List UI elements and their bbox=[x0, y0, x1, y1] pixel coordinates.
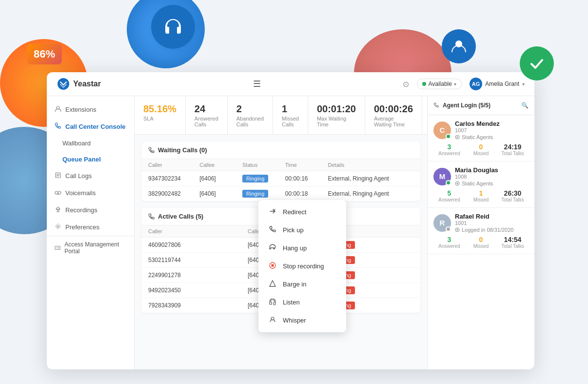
ctx-barge-in[interactable]: Barge in bbox=[258, 275, 346, 293]
stat-sla-label: SLA bbox=[143, 116, 176, 121]
sidebar-bottom-portal[interactable]: Access Management Portal bbox=[47, 236, 135, 260]
ctx-hangup-label: Hang up bbox=[283, 244, 307, 252]
agent-info-rafael: Rafael Reid 1001 Logged in 08/31/2020 bbox=[455, 213, 529, 233]
status-pill[interactable]: Available ▾ bbox=[417, 79, 461, 89]
phone-wait-icon bbox=[148, 147, 155, 154]
w-caller-1: 9347302234 bbox=[148, 175, 199, 182]
a-caller-5: 7928343909 bbox=[148, 302, 248, 309]
ctx-whisper-label: Whisper bbox=[283, 317, 306, 324]
stat-answered-value: 24 bbox=[195, 103, 218, 115]
user-icon-top bbox=[450, 38, 468, 55]
w-callee-1: [6406] bbox=[199, 175, 242, 182]
agent-search-icon[interactable]: 🔍 bbox=[521, 102, 529, 109]
waiting-calls-title: Waiting Calls (0) bbox=[158, 146, 207, 154]
preferences-icon bbox=[55, 223, 61, 231]
agent-top-carlos: C Carlos Mendez 1007 Static Agents bbox=[433, 120, 529, 140]
agent-stats-maria: 5 Answered 1 Missed 26:30 Total Talks bbox=[433, 189, 529, 202]
ctx-listen-label: Listen bbox=[283, 299, 300, 306]
w-details-1: External, Ringing Agent bbox=[328, 175, 413, 182]
barge-in-icon bbox=[268, 280, 277, 289]
headset-icon bbox=[162, 16, 184, 38]
agent-stat-missed-rafael: 0 Missed bbox=[465, 236, 497, 249]
table-row[interactable]: 9347302234 [6406] Ringing 00:00:16 Exter… bbox=[141, 171, 420, 186]
stat-abandoned: 2 Abandoned Calls bbox=[228, 96, 273, 134]
hamburger-icon[interactable]: ☰ bbox=[253, 79, 261, 89]
ctx-listen[interactable]: Listen bbox=[258, 293, 346, 311]
stat-max-wait-label: Max Waiting Time bbox=[317, 116, 356, 127]
wh-status: Status bbox=[242, 162, 285, 168]
stat-abandoned-label: Abandoned Calls bbox=[236, 116, 264, 127]
stat-missed-value: 1 bbox=[282, 103, 299, 115]
user-chevron: ▾ bbox=[522, 81, 525, 87]
sidebar-item-wallboard[interactable]: Wallboard bbox=[47, 135, 134, 151]
sidebar: Extensions Call Center Console Wallboard… bbox=[47, 96, 135, 369]
logo-text: Yeastar bbox=[73, 80, 101, 88]
agent-panel-title: Agent Login (5/5) bbox=[443, 102, 490, 109]
agent-stat-total-rafael: 14:54 Total Talks bbox=[497, 236, 529, 249]
w-details-2: External, Ringing Agent bbox=[328, 190, 413, 197]
w-time-2: 00:00:18 bbox=[285, 190, 328, 197]
table-row[interactable]: 3829002482 [6406] Ringing 00:00:18 Exter… bbox=[141, 186, 420, 201]
listen-icon bbox=[268, 298, 277, 307]
static-agent-icon-maria bbox=[455, 181, 460, 186]
ctx-hangup[interactable]: Hang up bbox=[258, 239, 346, 257]
agent-card-carlos: C Carlos Mendez 1007 Static Agents bbox=[428, 115, 534, 162]
hangup-icon bbox=[268, 243, 277, 253]
stat-sla-value: 85.16% bbox=[143, 103, 176, 115]
phone-active-icon bbox=[148, 213, 155, 220]
stat-answered-label: Answered Calls bbox=[195, 116, 218, 127]
sidebar-label-wallboard: Wallboard bbox=[62, 140, 91, 147]
svg-point-8 bbox=[58, 191, 61, 194]
agent-type-maria: Static Agents bbox=[455, 181, 529, 186]
ctx-pickup[interactable]: Pick up bbox=[258, 221, 346, 239]
sidebar-label-queue-panel: Queue Panel bbox=[62, 156, 101, 163]
sidebar-item-preferences[interactable]: Preferences bbox=[47, 219, 134, 236]
agent-panel-icon bbox=[433, 102, 440, 109]
static-agent-icon-rafael bbox=[455, 227, 460, 232]
ringing-badge-1: Ringing bbox=[242, 175, 268, 182]
user-pill[interactable]: AG Amelia Grant ▾ bbox=[470, 78, 525, 90]
agent-info-maria: Maria Douglas 1008 Static Agents bbox=[455, 166, 529, 186]
sidebar-item-extensions[interactable]: Extensions bbox=[47, 101, 134, 118]
ctx-whisper[interactable]: Whisper bbox=[258, 311, 346, 329]
agent-stat-total-carlos: 24:19 Total Talks bbox=[497, 143, 529, 156]
ctx-stop-recording[interactable]: Stop recording bbox=[258, 257, 346, 275]
sidebar-item-recordings[interactable]: Recordings bbox=[47, 202, 134, 219]
sidebar-item-queue-panel[interactable]: Queue Panel bbox=[47, 151, 134, 167]
context-menu: Redirect Pick up Hang up Stop recording … bbox=[258, 200, 346, 332]
call-center-icon bbox=[55, 122, 61, 131]
agent-avatar-rafael: R bbox=[433, 214, 451, 232]
user-circle-top bbox=[442, 29, 476, 63]
agent-top-maria: M Maria Douglas 1008 Static Agents bbox=[433, 166, 529, 186]
agent-status-dot-rafael bbox=[446, 226, 451, 232]
logo-icon bbox=[57, 77, 70, 91]
sidebar-item-call-center[interactable]: Call Center Console bbox=[47, 118, 134, 135]
a-caller-2: 5302119744 bbox=[148, 257, 248, 263]
stat-missed-label: Missed Calls bbox=[282, 116, 299, 127]
agent-panel-header: Agent Login (5/5) 🔍 bbox=[428, 96, 534, 115]
wh-time: Time bbox=[285, 162, 328, 168]
help-icon[interactable]: ⊙ bbox=[403, 80, 409, 89]
stat-avg-wait-value: 00:00:26 bbox=[374, 103, 413, 115]
redirect-icon bbox=[268, 207, 277, 217]
agent-stat-missed-maria: 1 Missed bbox=[465, 189, 497, 202]
sidebar-label-call-center: Call Center Console bbox=[65, 123, 126, 130]
waiting-calls-section: Waiting Calls (0) Caller Callee Status T… bbox=[141, 141, 420, 201]
agent-name-maria: Maria Douglas bbox=[455, 166, 529, 174]
agent-avatar-maria: M bbox=[433, 168, 451, 185]
active-calls-title: Active Calls (5) bbox=[158, 213, 203, 220]
stat-avg-wait: 00:00:26 Average Waiting Time bbox=[365, 96, 422, 134]
sidebar-label-call-logs: Call Logs bbox=[65, 172, 92, 180]
svg-rect-20 bbox=[272, 264, 274, 267]
sidebar-item-call-logs[interactable]: Call Logs bbox=[47, 167, 134, 184]
agent-card-rafael: R Rafael Reid 1001 Logged in 08/31/2020 bbox=[428, 208, 534, 254]
nav-right: ⊙ Available ▾ AG Amelia Grant ▾ bbox=[403, 78, 525, 90]
w-time-1: 00:00:16 bbox=[285, 175, 328, 182]
ctx-redirect[interactable]: Redirect bbox=[258, 203, 346, 221]
agent-stats-rafael: 3 Answered 0 Missed 14:54 Total Talks bbox=[433, 236, 529, 249]
sidebar-item-voicemails[interactable]: Voicemails bbox=[47, 184, 134, 202]
stat-max-wait-value: 00:01:20 bbox=[317, 103, 356, 115]
agent-ext-rafael: 1001 bbox=[455, 220, 529, 226]
stat-max-wait: 00:01:20 Max Waiting Time bbox=[308, 96, 365, 134]
ctx-pickup-label: Pick up bbox=[283, 226, 304, 234]
